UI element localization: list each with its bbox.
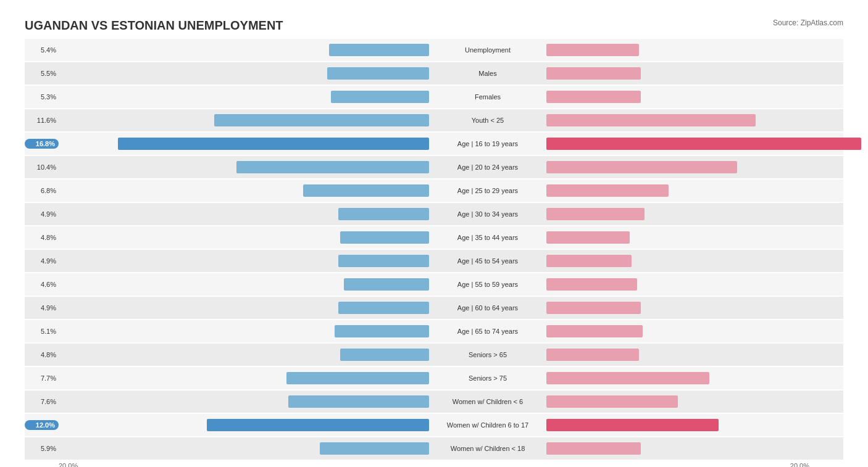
left-value: 5.1% <box>25 328 59 335</box>
pink-bar <box>546 91 641 103</box>
chart-row: 16.8% Age | 16 to 19 years 17.0% <box>25 133 843 155</box>
blue-bar <box>214 114 429 126</box>
left-bar-container <box>59 114 429 126</box>
axis-label-left: 20.0% <box>59 462 78 467</box>
left-bar-container <box>59 138 429 150</box>
pink-bar <box>546 302 641 314</box>
left-value: 4.9% <box>25 210 59 218</box>
row-label: Age | 35 to 44 years <box>429 234 546 241</box>
right-bar-container <box>546 325 868 337</box>
right-bar-container <box>546 44 868 56</box>
left-value: 10.4% <box>25 163 59 171</box>
pink-bar <box>546 419 719 431</box>
chart-row: 7.7% Seniors > 75 8.8% <box>25 367 843 389</box>
blue-bar <box>207 419 429 431</box>
right-bar-container <box>546 138 868 150</box>
right-bar-container <box>546 419 868 431</box>
left-bar-container <box>59 91 429 103</box>
row-label: Seniors > 65 <box>429 351 546 358</box>
blue-bar <box>288 395 429 408</box>
right-bar-container <box>546 91 868 103</box>
chart-row: 12.0% Women w/ Children 6 to 17 9.3% <box>25 414 843 436</box>
right-bar-container <box>546 231 868 244</box>
left-value: 4.8% <box>25 351 59 358</box>
pink-bar <box>546 184 669 197</box>
pink-bar <box>546 325 643 337</box>
left-value: 4.9% <box>25 304 59 312</box>
chart-row: 4.9% Age | 30 to 34 years 5.3% <box>25 203 843 225</box>
left-value: 5.4% <box>25 46 59 54</box>
right-bar-container <box>546 255 868 267</box>
blue-bar <box>118 138 429 150</box>
axis-label-right: 20.0% <box>790 462 809 467</box>
left-value: 7.6% <box>25 398 59 405</box>
chart-row: 5.5% Males 5.1% <box>25 62 843 85</box>
chart-area: 5.4% Unemployment 5.0% 5.5% Males 5.1% 5… <box>25 39 843 460</box>
left-bar-container <box>59 255 429 267</box>
row-label: Women w/ Children 6 to 17 <box>429 421 546 429</box>
chart-container: UGANDAN VS ESTONIAN UNEMPLOYMENT Source:… <box>12 12 856 467</box>
row-label: Youth < 25 <box>429 117 546 124</box>
axis-labels: 20.0% 20.0% <box>25 462 843 467</box>
right-bar-container <box>546 442 868 455</box>
blue-bar <box>236 161 429 173</box>
left-bar-container <box>59 372 429 384</box>
right-bar-container <box>546 184 868 197</box>
right-bar-container <box>546 114 868 126</box>
left-value: 6.8% <box>25 187 59 194</box>
left-bar-container <box>59 349 429 361</box>
pink-bar <box>546 161 737 173</box>
row-label: Age | 16 to 19 years <box>429 140 546 147</box>
row-label: Age | 20 to 24 years <box>429 163 546 171</box>
chart-row: 10.4% Age | 20 to 24 years 10.3% <box>25 156 843 178</box>
chart-row: 5.3% Females 5.1% <box>25 86 843 108</box>
right-bar-container <box>546 372 868 384</box>
left-bar-container <box>59 184 429 197</box>
chart-row: 5.4% Unemployment 5.0% <box>25 39 843 61</box>
chart-row: 6.8% Age | 25 to 29 years 6.6% <box>25 180 843 202</box>
blue-bar <box>327 67 429 80</box>
blue-bar <box>286 372 429 384</box>
chart-row: 4.9% Age | 60 to 64 years 5.1% <box>25 297 843 319</box>
blue-bar <box>340 349 429 361</box>
left-bar-container <box>59 208 429 220</box>
pink-bar <box>546 114 756 126</box>
left-bar-container <box>59 442 429 455</box>
chart-row: 5.9% Women w/ Children < 18 5.1% <box>25 437 843 460</box>
row-label: Age | 45 to 54 years <box>429 257 546 265</box>
pink-bar <box>546 208 645 220</box>
blue-bar <box>303 184 429 197</box>
blue-bar <box>335 325 429 337</box>
left-bar-container <box>59 161 429 173</box>
row-label: Age | 60 to 64 years <box>429 304 546 312</box>
blue-bar <box>338 208 429 220</box>
pink-bar <box>546 442 641 455</box>
pink-bar <box>546 255 632 267</box>
pink-bar <box>546 395 678 408</box>
right-bar-container <box>546 349 868 361</box>
row-label: Women w/ Children < 18 <box>429 445 546 452</box>
right-bar-container <box>546 67 868 80</box>
left-value: 4.6% <box>25 281 59 288</box>
chart-row: 4.9% Age | 45 to 54 years 4.6% <box>25 250 843 272</box>
pink-bar <box>546 372 709 384</box>
pink-bar <box>546 278 637 291</box>
row-label: Age | 65 to 74 years <box>429 328 546 335</box>
left-bar-container <box>59 419 429 431</box>
right-bar-container <box>546 161 868 173</box>
chart-row: 4.8% Seniors > 65 5.0% <box>25 344 843 366</box>
chart-row: 5.1% Age | 65 to 74 years 5.2% <box>25 320 843 342</box>
left-value: 5.5% <box>25 70 59 77</box>
row-label: Seniors > 75 <box>429 374 546 382</box>
left-bar-container <box>59 278 429 291</box>
blue-bar <box>338 255 429 267</box>
pink-bar <box>546 349 639 361</box>
right-bar-container <box>546 395 868 408</box>
left-bar-container <box>59 231 429 244</box>
chart-title: UGANDAN VS ESTONIAN UNEMPLOYMENT <box>25 19 283 33</box>
blue-bar <box>331 91 429 103</box>
chart-row: 4.6% Age | 55 to 59 years 4.9% <box>25 273 843 295</box>
left-value: 4.8% <box>25 234 59 241</box>
row-label: Females <box>429 93 546 101</box>
left-bar-container <box>59 395 429 408</box>
